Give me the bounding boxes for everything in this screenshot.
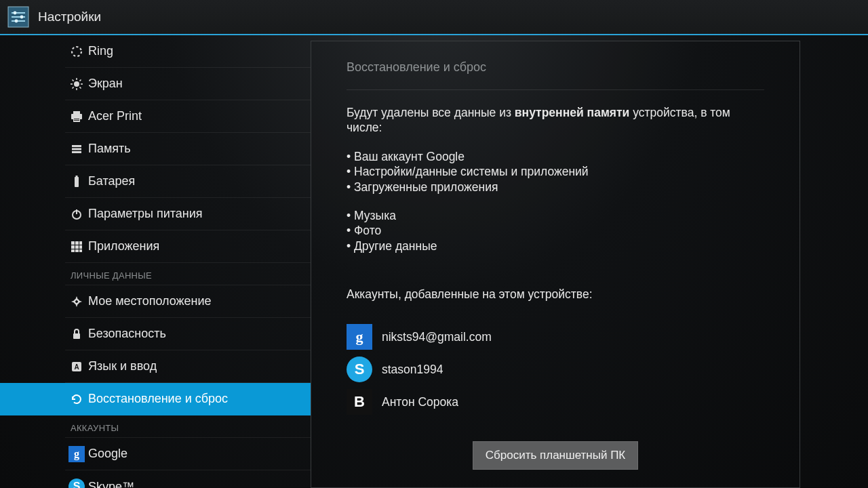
brightness-icon	[65, 77, 88, 91]
sidebar-item-backup-reset[interactable]: Восстановление и сброс	[0, 383, 311, 415]
sidebar-account-skype[interactable]: S Skype™	[65, 470, 311, 488]
svg-line-16	[79, 79, 81, 81]
restore-icon	[65, 392, 88, 406]
skype-icon: S	[347, 357, 372, 382]
account-row: g niksts94@gmail.com	[347, 321, 764, 353]
vk-icon: В	[347, 389, 372, 415]
svg-rect-43	[73, 333, 80, 339]
svg-rect-36	[75, 249, 79, 252]
account-name: niksts94@gmail.com	[382, 330, 492, 344]
svg-point-5	[20, 16, 24, 19]
sidebar-header-accounts: АККАУНТЫ	[65, 415, 311, 438]
power-icon	[65, 207, 88, 221]
bullet-item: Другие данные	[347, 239, 764, 253]
svg-line-15	[73, 87, 74, 88]
google-icon: g	[65, 446, 88, 462]
sidebar-item-label: Параметры питания	[88, 207, 203, 221]
svg-line-14	[79, 87, 81, 88]
accounts-heading: Аккаунты, добавленные на этом устройстве…	[347, 287, 764, 302]
sidebar-item-location[interactable]: Мое местоположение	[65, 285, 311, 318]
sidebar-item-ring[interactable]: Ring	[65, 35, 311, 68]
bullet-item: Музыка	[347, 208, 764, 223]
svg-rect-32	[71, 245, 75, 249]
desc-part-a: Будут удалены все данные из	[347, 106, 515, 119]
svg-point-4	[14, 12, 17, 15]
ring-icon	[65, 45, 88, 58]
sidebar-item-label: Восстановление и сброс	[88, 392, 228, 406]
sidebar-item-label: Язык и ввод	[88, 359, 157, 373]
sidebar-item-label: Экран	[88, 77, 123, 91]
sidebar-item-display[interactable]: Экран	[65, 68, 311, 100]
svg-rect-37	[79, 249, 82, 252]
google-icon: g	[347, 324, 372, 350]
lock-icon	[65, 327, 88, 341]
sidebar-header-personal: ЛИЧНЫЕ ДАННЫЕ	[65, 263, 311, 285]
svg-rect-23	[72, 148, 81, 150]
sidebar-item-label: Ring	[88, 44, 113, 58]
svg-rect-35	[71, 249, 75, 252]
settings-sidebar: Ring Экран	[0, 35, 311, 488]
skype-icon: S	[65, 479, 88, 488]
reset-description: Будут удалены все данные из внутренней п…	[347, 105, 764, 136]
sidebar-item-label: Google	[88, 447, 127, 461]
account-name: Антон Сорока	[382, 395, 458, 409]
svg-rect-34	[79, 245, 82, 249]
bullet-item: Загруженные приложения	[347, 180, 764, 195]
reset-card: Восстановление и сброс Будут удалены все…	[311, 41, 800, 488]
sidebar-item-apps[interactable]: Приложения	[65, 230, 311, 263]
account-name: stason1994	[382, 363, 443, 377]
battery-icon	[65, 175, 88, 188]
svg-rect-25	[75, 177, 79, 187]
bullet-item: Фото	[347, 223, 764, 238]
content-pane: Восстановление и сброс Будут удалены все…	[311, 35, 868, 488]
reset-bullets-1: Ваш аккаунт Google Настройки/данные сист…	[347, 149, 764, 195]
sidebar-item-label: Skype™	[88, 480, 134, 489]
sidebar-item-label: Батарея	[88, 174, 135, 188]
svg-marker-42	[77, 300, 82, 304]
svg-rect-17	[73, 111, 80, 114]
title-bar: Настройки	[0, 0, 868, 35]
sidebar-item-label: Память	[88, 142, 131, 156]
sidebar-item-storage[interactable]: Память	[65, 133, 311, 165]
svg-rect-31	[79, 241, 82, 245]
svg-point-8	[74, 81, 79, 87]
sidebar-item-security[interactable]: Безопасность	[65, 318, 311, 350]
account-row: В Антон Сорока	[347, 386, 764, 418]
bullet-item: Настройки/данные системы и приложений	[347, 164, 764, 179]
sidebar-item-label: Мое местоположение	[88, 294, 212, 308]
accounts-list: g niksts94@gmail.com S stason1994 В Анто…	[347, 321, 764, 418]
svg-rect-30	[75, 241, 79, 245]
panel-title: Восстановление и сброс	[347, 60, 764, 90]
storage-icon	[65, 142, 88, 156]
reset-tablet-button[interactable]: Сбросить планшетный ПК	[473, 441, 639, 470]
printer-icon	[65, 110, 88, 123]
app-title: Настройки	[38, 9, 101, 24]
settings-icon	[7, 5, 30, 28]
sidebar-item-label: Acer Print	[88, 109, 142, 123]
svg-rect-20	[74, 119, 79, 119]
svg-text:A: A	[74, 363, 79, 371]
language-icon: A	[65, 360, 88, 373]
sidebar-item-power[interactable]: Параметры питания	[65, 198, 311, 230]
svg-point-6	[15, 20, 18, 23]
bullet-item: Ваш аккаунт Google	[347, 149, 764, 164]
sidebar-item-battery[interactable]: Батарея	[65, 165, 311, 198]
svg-rect-21	[74, 120, 79, 121]
svg-marker-41	[71, 300, 77, 304]
sidebar-item-label: Приложения	[88, 239, 159, 253]
svg-point-7	[72, 47, 81, 56]
sidebar-item-print[interactable]: Acer Print	[65, 100, 311, 133]
sidebar-account-google[interactable]: g Google	[65, 438, 311, 470]
apps-icon	[65, 240, 88, 253]
svg-rect-24	[72, 151, 81, 153]
sidebar-item-label: Безопасность	[88, 327, 166, 341]
svg-rect-33	[75, 245, 79, 249]
svg-line-13	[73, 79, 74, 81]
svg-rect-29	[71, 241, 75, 245]
reset-bullets-2: Музыка Фото Другие данные	[347, 208, 764, 253]
svg-rect-22	[72, 145, 81, 147]
location-icon	[65, 295, 88, 308]
sidebar-item-language[interactable]: A Язык и ввод	[65, 350, 311, 383]
svg-rect-26	[76, 176, 78, 177]
account-row: S stason1994	[347, 353, 764, 386]
